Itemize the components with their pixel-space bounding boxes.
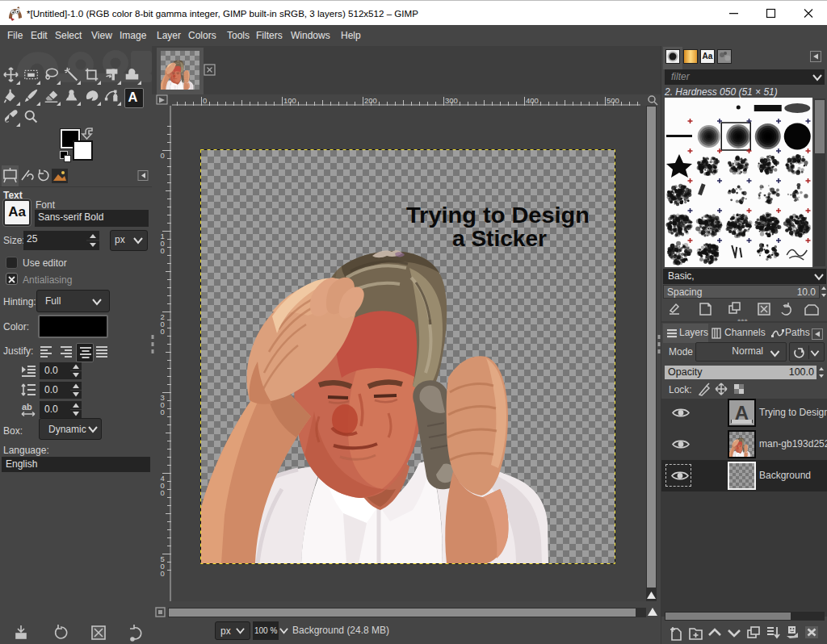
svg-text:0: 0 [161, 408, 165, 416]
svg-text:0: 0 [161, 246, 165, 255]
svg-text:500: 500 [607, 96, 619, 105]
svg-text:0: 0 [161, 327, 165, 336]
svg-text:A: A [128, 90, 138, 104]
svg-text:0: 0 [161, 569, 165, 578]
svg-text:100: 100 [283, 96, 296, 105]
svg-text:0: 0 [161, 488, 165, 497]
svg-text:200: 200 [364, 96, 377, 105]
svg-text:0: 0 [203, 96, 207, 105]
svg-text:300: 300 [445, 96, 458, 105]
svg-text:ab: ab [22, 403, 32, 412]
svg-text:400: 400 [526, 96, 539, 105]
svg-text:0: 0 [161, 151, 165, 160]
